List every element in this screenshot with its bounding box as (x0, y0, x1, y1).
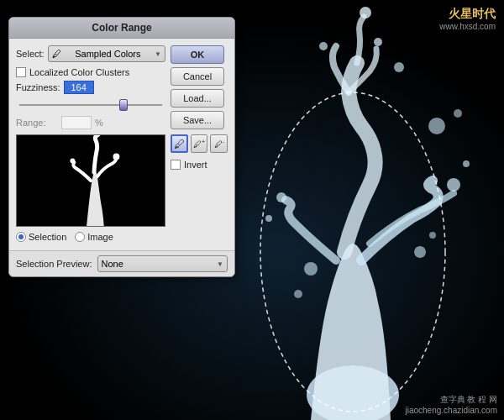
svg-point-10 (394, 62, 404, 72)
localized-checkbox[interactable] (16, 67, 26, 77)
svg-point-19 (113, 154, 120, 160)
image-radio[interactable] (75, 232, 85, 242)
selection-radio[interactable] (16, 232, 26, 242)
color-range-dialog: Color Range Select: 🖊 Sampled Colors ▼ L… (8, 17, 235, 277)
localized-label: Localized Color Clusters (29, 67, 129, 77)
svg-point-4 (447, 178, 460, 192)
dropdown-arrow: ▼ (155, 50, 161, 58)
svg-point-7 (265, 215, 272, 222)
svg-point-3 (374, 38, 382, 46)
ok-button[interactable]: OK (171, 45, 224, 64)
preview-svg (17, 135, 165, 226)
svg-point-13 (294, 290, 302, 298)
svg-point-2 (360, 7, 371, 18)
invert-label: Invert (184, 160, 207, 170)
eyedropper-sub-icon: 🖊- (214, 139, 224, 149)
fuzziness-label: Fuzziness: (16, 82, 60, 92)
slider-thumb[interactable] (119, 99, 128, 111)
localized-checkbox-row: Localized Color Clusters (16, 67, 165, 77)
svg-point-9 (454, 109, 462, 118)
invert-row: Invert (171, 160, 228, 170)
cancel-button[interactable]: Cancel (171, 67, 224, 86)
svg-point-12 (304, 262, 318, 276)
preview-box (16, 134, 165, 227)
select-label: Select: (16, 49, 45, 59)
watermark-bottom2: jiaocheng.chazidian.com (405, 406, 497, 415)
watermark-bottom: 查字典 教 程 网 jiaocheng.chazidian.com (405, 394, 497, 415)
preview-select[interactable]: None ▼ (97, 255, 228, 272)
dialog-title: Color Range (92, 22, 151, 34)
load-button[interactable]: Load... (171, 89, 224, 108)
watermark-top: 火星时代 www.hxsd.com (439, 7, 496, 31)
slider-track (19, 104, 162, 106)
selection-radio-item[interactable]: Selection (16, 232, 66, 242)
watermark-bottom1: 查字典 教 程 网 (405, 394, 497, 406)
watermark-url: www.hxsd.com (439, 22, 496, 31)
save-button[interactable]: Save... (171, 111, 224, 129)
eyedropper-add-icon: 🖊+ (193, 139, 205, 149)
eyedropper-tool[interactable]: 🖊 (171, 134, 188, 153)
fuzziness-row: Fuzziness: 164 (16, 81, 165, 94)
fuzziness-slider[interactable] (16, 99, 165, 111)
dialog-left-panel: Select: 🖊 Sampled Colors ▼ Localized Col… (16, 45, 165, 244)
dialog-bottom: Selection Preview: None ▼ (9, 250, 234, 276)
range-row: Range: % (16, 116, 165, 129)
watermark-logo: 火星时代 (439, 7, 496, 22)
radio-row: Selection Image (16, 232, 165, 242)
fuzziness-value[interactable]: 164 (64, 81, 94, 94)
preview-value: None (102, 259, 123, 269)
svg-point-20 (70, 158, 75, 163)
range-pct: % (95, 118, 103, 128)
select-row: Select: 🖊 Sampled Colors ▼ (16, 45, 165, 62)
invert-checkbox[interactable] (171, 160, 181, 170)
svg-point-15 (429, 232, 436, 239)
selection-radio-label: Selection (29, 232, 66, 242)
range-label: Range: (16, 118, 58, 128)
select-dropdown[interactable]: 🖊 Sampled Colors ▼ (48, 45, 165, 62)
range-input[interactable] (61, 116, 92, 129)
preview-label: Selection Preview: (16, 259, 92, 269)
dialog-body: Select: 🖊 Sampled Colors ▼ Localized Col… (9, 39, 234, 250)
preview-dropdown-arrow: ▼ (217, 260, 223, 268)
image-radio-label: Image (87, 232, 113, 242)
eyedropper-icon: 🖊 (52, 49, 61, 59)
svg-point-11 (319, 42, 328, 50)
svg-point-6 (276, 192, 286, 202)
svg-point-8 (428, 118, 445, 134)
tools-row: 🖊 🖊+ 🖊- (171, 134, 228, 153)
eyedropper-sub-tool[interactable]: 🖊- (210, 134, 228, 153)
dialog-right-panel: OK Cancel Load... Save... 🖊 🖊+ 🖊- Invert (171, 45, 228, 244)
eyedropper-icon: 🖊 (174, 138, 185, 150)
eyedropper-add-tool[interactable]: 🖊+ (191, 134, 208, 153)
svg-point-14 (414, 246, 426, 258)
svg-point-5 (463, 160, 470, 167)
image-radio-item[interactable]: Image (75, 232, 113, 242)
select-value: Sampled Colors (75, 49, 140, 59)
dialog-titlebar: Color Range (9, 18, 234, 39)
